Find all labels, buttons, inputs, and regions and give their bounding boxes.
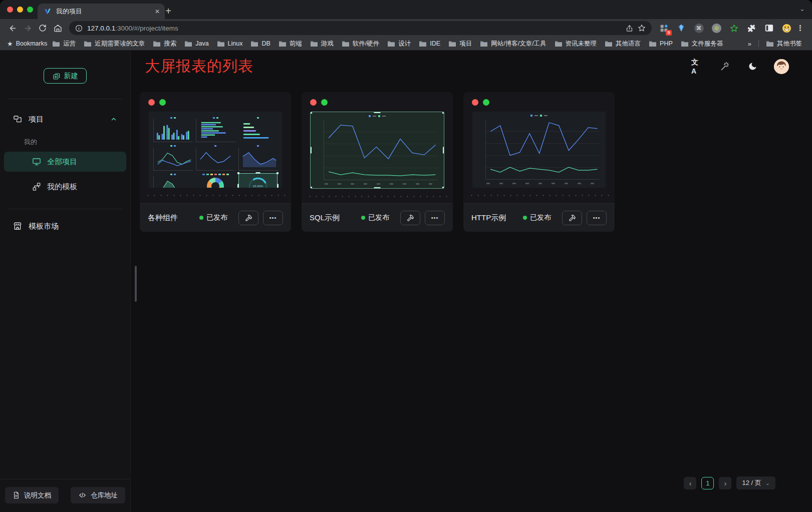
selection-handle[interactable] xyxy=(442,112,444,114)
new-project-button[interactable]: 新建 xyxy=(44,68,87,84)
document-icon xyxy=(13,491,20,499)
bookmark-folder[interactable]: 游戏 xyxy=(306,40,338,48)
edit-button[interactable] xyxy=(238,211,258,225)
selection-handle[interactable] xyxy=(237,184,239,188)
extension-command-icon[interactable]: ⌘ xyxy=(694,23,704,33)
bookmark-star-button[interactable] xyxy=(638,24,646,32)
sidebar-section-project[interactable]: 项目 xyxy=(7,109,123,129)
extension-evernote-icon[interactable] xyxy=(729,23,739,33)
status-dot xyxy=(523,216,527,220)
bookmark-folder[interactable]: 软件/硬件 xyxy=(338,40,383,48)
bookmark-folder[interactable]: 搜索 xyxy=(149,40,180,48)
selection-handle[interactable] xyxy=(277,184,279,188)
more-button[interactable]: ••• xyxy=(425,211,445,225)
hammer-icon xyxy=(245,214,252,222)
sidebar-item-template-market[interactable]: 模板市场 xyxy=(7,216,123,236)
card-footer: SQL示例 已发布 ••• xyxy=(302,203,453,232)
card-thumbnail[interactable]: 25.00% xyxy=(149,112,282,188)
folder-icon xyxy=(52,41,60,47)
bookmark-folder[interactable]: 资讯未整理 xyxy=(551,40,601,48)
bookmarks-manager[interactable]: ★ Bookmarks xyxy=(6,40,51,48)
reload-button[interactable] xyxy=(35,21,50,36)
sidebar-footer: 说明文档 仓库地址 xyxy=(0,479,130,512)
more-button[interactable]: ••• xyxy=(587,211,607,225)
side-panel-button[interactable] xyxy=(764,23,774,33)
site-info-icon[interactable] xyxy=(75,25,83,32)
selection-handle[interactable] xyxy=(443,147,444,154)
selection-handle[interactable] xyxy=(310,147,312,154)
card-thumbnail[interactable] xyxy=(472,112,606,188)
bookmark-folder[interactable]: Linux xyxy=(213,40,247,47)
page-size-select[interactable]: 12 / 页 ⌄ xyxy=(736,476,775,489)
bookmark-folder[interactable]: 其他语言 xyxy=(601,40,645,48)
sidebar-item-my-templates[interactable]: 我的模板 xyxy=(4,177,126,197)
folder-icon xyxy=(605,41,613,47)
selection-handle[interactable] xyxy=(256,172,260,174)
new-project-label: 新建 xyxy=(64,72,78,81)
tab-search-chevron-icon[interactable]: ⌄ xyxy=(799,5,805,13)
close-window-button[interactable] xyxy=(7,7,13,13)
extension-recorder-icon[interactable] xyxy=(711,23,721,33)
bookmark-folder[interactable]: 设计 xyxy=(383,40,415,48)
edit-button[interactable] xyxy=(400,211,420,225)
share-button[interactable] xyxy=(626,25,633,32)
bookmark-folder[interactable]: 文件服务器 xyxy=(677,40,727,48)
minimize-window-button[interactable] xyxy=(17,7,23,13)
selection-handle[interactable] xyxy=(442,187,444,189)
green-dot xyxy=(159,99,166,106)
address-bar[interactable]: 127.0.0.1:3000/#/project/items xyxy=(69,21,652,35)
selection-handle[interactable] xyxy=(310,187,312,189)
bookmark-folder[interactable]: 网站/博客/文章/工具 xyxy=(476,40,550,48)
more-button[interactable]: ••• xyxy=(263,211,283,225)
sidebar-divider xyxy=(8,209,122,209)
browser-menu-button[interactable]: ⋮ xyxy=(795,24,807,33)
extensions-puzzle-button[interactable] xyxy=(746,23,756,33)
next-page-button[interactable]: › xyxy=(719,477,731,489)
selection-handle[interactable] xyxy=(374,187,381,189)
folder-icon xyxy=(387,41,395,47)
selection-handle[interactable] xyxy=(237,172,239,174)
sidebar-item-all-projects[interactable]: 全部项目 xyxy=(4,152,126,172)
x-axis-ticks xyxy=(325,183,437,185)
folder-icon xyxy=(766,41,774,47)
scrollbar-thumb[interactable] xyxy=(135,266,137,302)
user-avatar[interactable] xyxy=(774,59,789,74)
hammer-icon xyxy=(569,214,576,222)
browser-tab[interactable]: 我的项目 ✕ xyxy=(38,4,165,19)
bookmarks-overflow-chevron[interactable]: » xyxy=(744,40,755,48)
extension-grid-icon[interactable]: 9 xyxy=(659,23,669,33)
translate-icon[interactable]: 文A xyxy=(691,61,703,73)
selection-handle[interactable] xyxy=(310,112,312,114)
tab-close-icon[interactable]: ✕ xyxy=(155,8,160,15)
card-thumbnail-selected[interactable] xyxy=(310,112,444,189)
selection-handle[interactable] xyxy=(277,172,279,174)
bookmark-folder-label: 其他语言 xyxy=(616,40,641,48)
docs-button[interactable]: 说明文档 xyxy=(5,487,59,503)
home-button[interactable] xyxy=(50,21,65,36)
extension-gem-icon[interactable] xyxy=(676,23,686,33)
magic-wand-icon[interactable] xyxy=(719,61,731,73)
project-card-sql: SQL示例 已发布 ••• xyxy=(302,92,453,232)
bookmark-folder[interactable]: PHP xyxy=(645,40,677,47)
selection-handle[interactable] xyxy=(374,112,381,113)
dark-mode-moon-icon[interactable] xyxy=(746,61,758,73)
bookmark-folder[interactable]: 近期需要读的文章 xyxy=(80,40,149,48)
other-bookmarks[interactable]: 其他书签 xyxy=(762,40,806,48)
new-tab-button[interactable]: + xyxy=(161,4,175,18)
bookmark-folder[interactable]: 运营 xyxy=(51,40,80,48)
bookmark-folder[interactable]: IDE xyxy=(415,40,444,47)
bookmark-folder[interactable]: DB xyxy=(246,40,274,47)
repo-button[interactable]: 仓库地址 xyxy=(71,487,125,503)
maximize-window-button[interactable] xyxy=(27,7,33,13)
bookmark-folder-label: 文件服务器 xyxy=(692,40,723,48)
bookmark-folder[interactable]: 前端 xyxy=(275,40,306,48)
current-page-button[interactable]: 1 xyxy=(701,477,714,489)
edit-button[interactable] xyxy=(562,211,582,225)
sidebar-section-project-label: 项目 xyxy=(29,115,44,124)
bookmark-folder[interactable]: Java xyxy=(180,40,212,47)
back-button[interactable] xyxy=(5,21,20,36)
prev-page-button[interactable]: ‹ xyxy=(684,477,696,489)
bookmark-folder[interactable]: 项目 xyxy=(444,40,476,48)
forward-button[interactable] xyxy=(20,21,35,36)
extension-emoji-icon[interactable] xyxy=(781,23,791,33)
